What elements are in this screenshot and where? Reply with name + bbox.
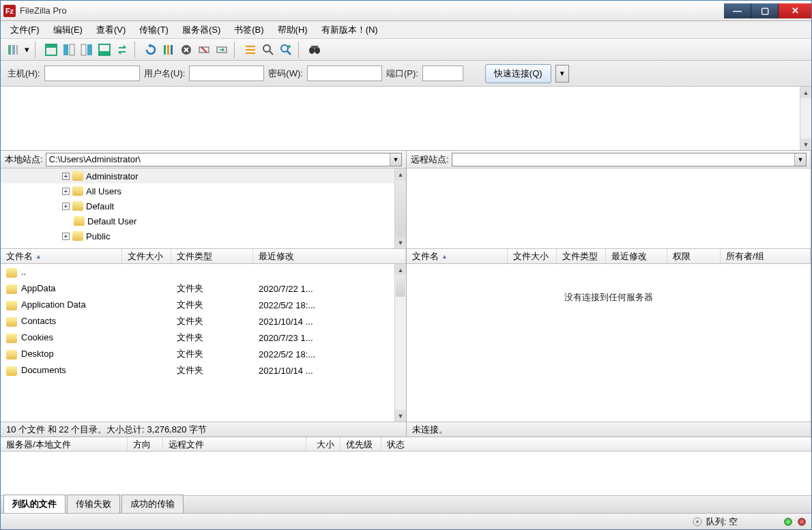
scroll-up-icon[interactable]: ▲	[395, 168, 406, 180]
binoculars-icon[interactable]	[306, 42, 323, 58]
svg-rect-11	[164, 45, 166, 55]
tree-item[interactable]: +All Users	[1, 183, 406, 198]
log-scrollbar[interactable]: ▲ ▼	[800, 87, 811, 150]
toggle-tree-icon[interactable]	[61, 42, 77, 58]
app-icon: Fz	[3, 5, 16, 17]
menu-edit[interactable]: 编辑(E)	[48, 22, 88, 38]
local-path-combo[interactable]: C:\Users\Administrator\ ▼	[46, 153, 402, 166]
svg-rect-12	[167, 45, 169, 55]
col-type[interactable]: 文件类型	[171, 249, 253, 263]
remote-site-label: 远程站点:	[411, 153, 449, 166]
col-remote-file[interactable]: 远程文件	[163, 437, 306, 451]
folder-icon	[6, 284, 17, 294]
tree-item[interactable]: +Public	[1, 229, 406, 244]
folder-icon	[72, 231, 83, 241]
col-owner[interactable]: 所有者/组	[721, 249, 811, 263]
chevron-down-icon[interactable]: ▼	[390, 153, 401, 166]
menu-bookmarks[interactable]: 书签(B)	[229, 22, 269, 38]
expander-icon[interactable]: +	[62, 173, 70, 180]
list-item[interactable]: AppData文件夹2020/7/22 1...	[1, 280, 406, 297]
tab-success[interactable]: 成功的传输	[121, 495, 184, 513]
quickconnect-dropdown[interactable]: ▼	[555, 65, 569, 83]
minimize-button[interactable]: —	[724, 3, 751, 18]
process-queue-icon[interactable]	[160, 42, 177, 58]
col-modified[interactable]: 最近修改	[253, 249, 406, 263]
scroll-down-icon[interactable]: ▼	[395, 410, 406, 422]
scroll-down-icon[interactable]: ▼	[800, 138, 811, 150]
menu-transfer[interactable]: 传输(T)	[134, 22, 174, 38]
quickconnect-button[interactable]: 快速连接(Q)	[485, 64, 551, 83]
list-item[interactable]: ..	[1, 264, 406, 280]
close-button[interactable]: ✕	[779, 3, 811, 18]
search-icon[interactable]	[278, 42, 294, 58]
tree-scrollbar[interactable]: ▲ ▼	[394, 168, 406, 248]
pass-input[interactable]	[307, 65, 382, 81]
list-scrollbar[interactable]: ▲ ▼	[394, 264, 406, 422]
filter-icon[interactable]	[242, 42, 259, 58]
list-item[interactable]: Cookies文件夹2020/7/23 1...	[1, 329, 406, 346]
refresh-icon[interactable]	[143, 42, 159, 58]
disconnect-icon[interactable]	[196, 42, 212, 58]
expander-icon[interactable]: +	[62, 188, 70, 195]
dropdown-icon[interactable]: ▾	[23, 42, 31, 58]
tree-item[interactable]: +Default	[1, 198, 406, 214]
col-priority[interactable]: 优先级	[340, 437, 381, 451]
site-manager-icon[interactable]	[5, 42, 21, 58]
maximize-button[interactable]: ▢	[751, 3, 779, 18]
cancel-icon[interactable]	[178, 42, 194, 58]
folder-icon	[72, 201, 83, 211]
remote-tree[interactable]	[407, 168, 811, 249]
menu-update[interactable]: 有新版本！(N)	[316, 22, 383, 38]
col-size[interactable]: 文件大小	[122, 249, 171, 263]
col-state[interactable]: 状态	[381, 437, 811, 451]
folder-icon	[6, 334, 17, 343]
col-modified[interactable]: 最近修改	[606, 249, 667, 263]
scroll-down-icon[interactable]: ▼	[395, 237, 406, 248]
menu-file[interactable]: 文件(F)	[5, 22, 45, 38]
user-input[interactable]	[189, 65, 264, 81]
list-item[interactable]: Application Data文件夹2022/5/2 18:...	[1, 297, 406, 313]
remote-path-combo[interactable]: ▼	[452, 153, 807, 166]
tree-item-label: All Users	[86, 186, 121, 196]
tree-item[interactable]: +Administrator	[1, 168, 406, 183]
toggle-log-icon[interactable]	[43, 42, 59, 58]
svg-rect-18	[246, 49, 255, 50]
tree-item-label: Administrator	[86, 171, 139, 181]
scroll-up-icon[interactable]: ▲	[395, 264, 406, 276]
tab-failed[interactable]: 传输失败	[67, 495, 120, 513]
remote-list[interactable]: 没有连接到任何服务器	[407, 264, 811, 422]
menu-server[interactable]: 服务器(S)	[177, 22, 226, 38]
port-input[interactable]	[422, 65, 463, 81]
local-tree[interactable]: +Administrator+All Users+DefaultDefault …	[1, 168, 406, 249]
compare-icon[interactable]	[260, 42, 276, 58]
queue-body[interactable]	[1, 452, 811, 495]
col-qsize[interactable]: 大小	[306, 437, 340, 451]
expander-icon[interactable]: +	[62, 233, 70, 240]
tree-item[interactable]: Default User	[1, 214, 406, 229]
host-input[interactable]	[44, 65, 140, 81]
col-type[interactable]: 文件类型	[557, 249, 606, 263]
col-direction[interactable]: 方向	[128, 437, 163, 451]
col-filename[interactable]: 文件名▲	[1, 249, 122, 263]
user-label: 用户名(U):	[144, 68, 186, 80]
col-perms[interactable]: 权限	[667, 249, 721, 263]
expander-icon[interactable]: +	[62, 203, 70, 210]
tab-queued[interactable]: 列队的文件	[3, 495, 66, 513]
toggle-remote-tree-icon[interactable]	[78, 42, 95, 58]
toggle-queue-icon[interactable]	[96, 42, 113, 58]
sync-browsing-icon[interactable]	[114, 42, 130, 58]
col-filename[interactable]: 文件名▲	[407, 249, 508, 263]
chevron-down-icon[interactable]: ▼	[794, 153, 806, 166]
menu-view[interactable]: 查看(V)	[91, 22, 131, 38]
scroll-up-icon[interactable]: ▲	[800, 87, 811, 98]
svg-rect-2	[16, 45, 18, 55]
menu-help[interactable]: 帮助(H)	[272, 22, 313, 38]
list-item[interactable]: Documents文件夹2021/10/14 ...	[1, 362, 406, 379]
list-item[interactable]: Contacts文件夹2021/10/14 ...	[1, 313, 406, 329]
col-server-file[interactable]: 服务器/本地文件	[1, 437, 128, 451]
host-label: 主机(H):	[8, 68, 40, 80]
local-list[interactable]: ..AppData文件夹2020/7/22 1...Application Da…	[1, 264, 406, 422]
list-item[interactable]: Desktop文件夹2022/5/2 18:...	[1, 346, 406, 362]
col-size[interactable]: 文件大小	[508, 249, 557, 263]
reconnect-icon[interactable]	[214, 42, 230, 58]
